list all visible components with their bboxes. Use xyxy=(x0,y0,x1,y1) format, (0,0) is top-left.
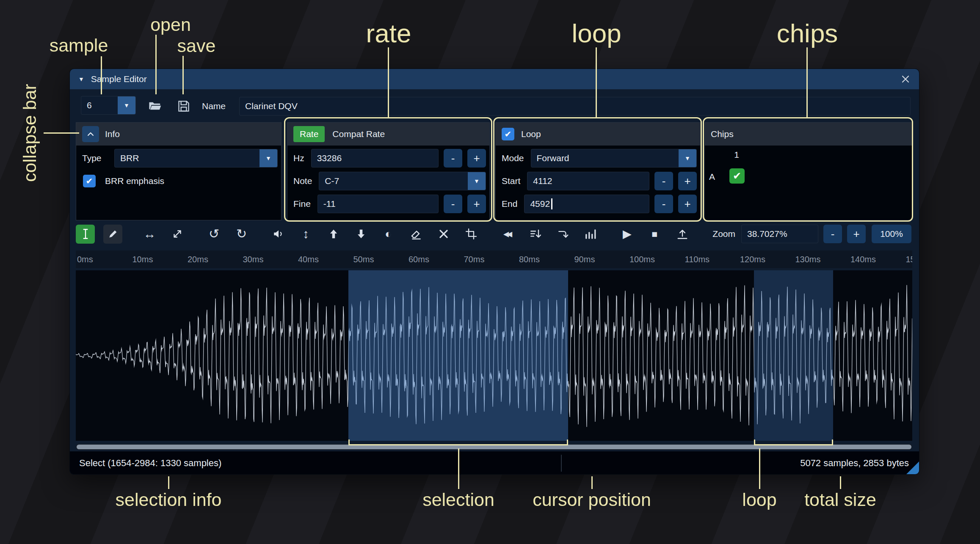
sample-type-select[interactable]: BRR ▼ xyxy=(114,149,278,168)
delete-icon[interactable] xyxy=(434,225,453,244)
annotation-save: save xyxy=(177,36,216,56)
normalize-icon[interactable]: ↕ xyxy=(296,225,315,244)
undo-icon[interactable]: ↺ xyxy=(204,225,224,244)
rate-panel-header: Rate Compat Rate xyxy=(287,123,489,146)
fine-minus-button[interactable]: - xyxy=(444,195,462,213)
name-label: Name xyxy=(202,96,226,116)
fade-down-icon[interactable] xyxy=(351,225,370,244)
hz-plus-button[interactable]: + xyxy=(467,149,486,168)
fine-input[interactable]: -11 xyxy=(317,195,439,213)
open-button[interactable] xyxy=(144,96,166,116)
fine-plus-button[interactable]: + xyxy=(467,195,486,213)
annotation-selection-info: selection info xyxy=(116,489,222,510)
hz-value: 33286 xyxy=(317,153,342,163)
chevron-down-icon[interactable]: ▼ xyxy=(259,149,277,167)
name-input[interactable]: Clarinet DQV xyxy=(239,97,911,115)
titlebar[interactable]: ▼ Sample Editor xyxy=(70,69,919,89)
selection-overlay[interactable] xyxy=(348,270,568,441)
loop-enable-checkbox[interactable]: ✔ xyxy=(502,128,514,140)
zoom-group: Zoom 38.7027% - + 100% xyxy=(712,225,911,243)
ruler-label: 10ms xyxy=(131,250,187,268)
save-button[interactable] xyxy=(173,96,194,116)
pencil-icon[interactable] xyxy=(103,225,122,244)
sort-down-icon[interactable] xyxy=(526,225,545,244)
chip-row-label: A xyxy=(709,172,715,182)
window-title: Sample Editor xyxy=(91,74,147,84)
ruler-label: 30ms xyxy=(242,250,297,268)
waveform-view[interactable] xyxy=(76,270,912,441)
zoom-plus-button[interactable]: + xyxy=(847,225,866,243)
zoom-minus-button[interactable]: - xyxy=(823,225,842,243)
loop-mode-select[interactable]: Forward ▼ xyxy=(531,149,697,168)
loop-panel-title: Loop xyxy=(521,129,541,139)
stretch-free-icon[interactable] xyxy=(168,225,187,244)
chevron-down-icon[interactable]: ▼ xyxy=(118,96,135,114)
text-caret xyxy=(551,198,552,209)
loop-end-minus-button[interactable]: - xyxy=(654,195,673,213)
annotation-line xyxy=(168,476,169,489)
sample-type-value: BRR xyxy=(115,149,259,167)
waveform-scrollbar[interactable] xyxy=(76,444,912,450)
window-collapse-icon[interactable]: ▼ xyxy=(78,76,84,82)
rate-panel: Rate Compat Rate Hz 33286 - + Note C-7 ▼… xyxy=(287,122,490,220)
info-panel-title: Info xyxy=(105,129,120,139)
redo-icon[interactable]: ↻ xyxy=(232,225,251,244)
ruler-label: 70ms xyxy=(463,250,518,268)
chevron-down-icon[interactable]: ▼ xyxy=(679,149,696,167)
collapse-bar-button[interactable] xyxy=(82,126,99,142)
turn-down-icon[interactable] xyxy=(553,225,572,244)
stretch-horizontal-icon[interactable]: ↔ xyxy=(140,225,159,244)
scrollbar-thumb[interactable] xyxy=(77,445,911,449)
crop-icon[interactable] xyxy=(461,225,480,244)
fine-value: -11 xyxy=(323,199,336,209)
loop-mode-value: Forward xyxy=(531,149,679,167)
loop-region-overlay[interactable] xyxy=(754,270,833,441)
hz-input[interactable]: 33286 xyxy=(311,149,439,168)
annotation-line xyxy=(840,476,841,489)
annotation-cursor-position: cursor position xyxy=(533,489,651,510)
window-resize-grip[interactable] xyxy=(906,462,919,474)
zoom-reset-button[interactable]: 100% xyxy=(872,225,911,243)
sample-select[interactable]: 6 ▼ xyxy=(81,96,136,115)
compat-rate-tab[interactable]: Compat Rate xyxy=(332,129,385,139)
ruler-label: 110ms xyxy=(684,250,739,268)
statusbar: Select (1654-2984: 1330 samples) 5072 sa… xyxy=(70,451,919,475)
zoom-input[interactable]: 38.7027% xyxy=(741,225,818,243)
loop-start-input[interactable]: 4112 xyxy=(527,172,649,190)
ibeam-cursor-icon[interactable] xyxy=(76,225,95,244)
statusbar-divider xyxy=(759,455,760,472)
chip-a-checkbox[interactable]: ✔ xyxy=(729,168,745,184)
chevron-down-icon[interactable]: ▼ xyxy=(468,172,486,190)
sample-editor-window: ▼ Sample Editor 6 ▼ Name Clarinet DQV I xyxy=(69,69,919,475)
fade-up-icon[interactable] xyxy=(324,225,343,244)
rate-tab[interactable]: Rate xyxy=(293,126,325,142)
type-label: Type xyxy=(80,153,114,163)
invert-icon[interactable]: ◐ xyxy=(379,225,398,244)
loop-end-input[interactable]: 4592 xyxy=(524,195,649,213)
eraser-icon[interactable] xyxy=(406,225,425,244)
bar-chart-icon[interactable] xyxy=(581,225,600,244)
hz-minus-button[interactable]: - xyxy=(444,149,462,168)
annotation-loop-bottom: loop xyxy=(742,489,776,510)
volume-icon[interactable] xyxy=(269,225,288,244)
stop-icon[interactable]: ■ xyxy=(645,225,664,244)
selection-info-text: Select (1654-2984: 1330 samples) xyxy=(79,451,221,475)
ruler-label: 60ms xyxy=(407,250,463,268)
upload-icon[interactable] xyxy=(673,225,692,244)
ruler-label: 80ms xyxy=(518,250,573,268)
check-icon: ✔ xyxy=(86,177,93,185)
loop-start-plus-button[interactable]: + xyxy=(678,172,697,190)
loop-start-minus-button[interactable]: - xyxy=(654,172,673,190)
zoom-label: Zoom xyxy=(712,229,735,239)
loop-panel-header: ✔ Loop xyxy=(496,123,700,146)
rewind-icon[interactable]: ◀◀ xyxy=(498,225,517,244)
brr-emphasis-checkbox[interactable]: ✔ xyxy=(83,175,96,187)
loop-start-label: Start xyxy=(499,176,527,186)
hz-label: Hz xyxy=(291,153,311,163)
info-panel: Info Type BRR ▼ ✔ BRR emphasis xyxy=(76,122,282,220)
annotation-line xyxy=(591,476,593,489)
note-select[interactable]: C-7 ▼ xyxy=(319,172,486,190)
loop-end-plus-button[interactable]: + xyxy=(678,195,697,213)
play-icon[interactable]: ▶ xyxy=(618,225,637,244)
close-icon[interactable] xyxy=(900,74,911,84)
